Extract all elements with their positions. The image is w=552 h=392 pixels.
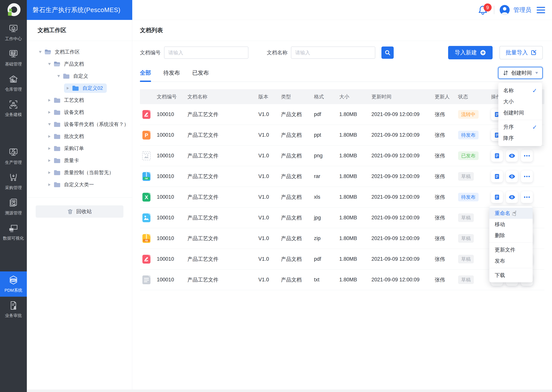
file-icon-jpg xyxy=(140,213,157,222)
search-button[interactable] xyxy=(381,47,394,59)
doc-name-input[interactable] xyxy=(291,47,375,59)
status-badge: 草稿 xyxy=(458,213,474,222)
caret-right-icon[interactable] xyxy=(66,87,69,90)
more-actions-button[interactable] xyxy=(521,150,533,162)
user-name[interactable]: 管理员 xyxy=(514,6,531,14)
table-row[interactable]: 100010 产品工艺文件 V1.0 产品文档 txt 1.80MB 2021-… xyxy=(140,269,544,290)
detail-button[interactable] xyxy=(491,171,503,182)
table-row[interactable]: X 100010 产品工艺文件 V1.0 产品文档 xls 1.80MB 202… xyxy=(140,187,544,208)
sidebar-item-pdm[interactable]: PDM PDM系统 xyxy=(0,271,27,297)
tree-node-1[interactable]: 产品文档 xyxy=(27,58,132,70)
caret-right-icon[interactable] xyxy=(48,147,51,150)
avatar[interactable] xyxy=(500,5,510,15)
more-actions-button[interactable] xyxy=(521,171,533,182)
cell-size: 1.80MB xyxy=(339,112,371,117)
sidebar-item-warehouse[interactable]: 仓库管理 xyxy=(0,70,27,96)
caret-right-icon[interactable] xyxy=(48,183,51,186)
table-row[interactable]: 100010 产品工艺文件 V1.0 产品文档 pdf 1.80MB 2021-… xyxy=(140,249,544,269)
folder-icon xyxy=(54,146,61,151)
table-row[interactable]: zip 100010 产品工艺文件 V1.0 产品文档 zip 1.80MB 2… xyxy=(140,228,544,249)
sort-menu-item[interactable]: 创建时间 xyxy=(498,107,542,118)
recycle-bin-button[interactable]: 回收站 xyxy=(36,205,123,218)
approval-icon xyxy=(8,300,19,311)
sort-menu-item[interactable]: 降序 xyxy=(498,133,542,144)
sidebar-item-dataviz[interactable]: 数据可视化 xyxy=(0,219,27,245)
tree-node-5[interactable]: 设备文档 xyxy=(27,106,132,118)
batch-import-button[interactable]: 批量导入 xyxy=(500,46,543,59)
cell-updated-at: 2021-09-09 12:00:09 xyxy=(371,235,435,241)
more-actions-button[interactable] xyxy=(521,191,533,203)
tree-node-3[interactable]: 自定义02 xyxy=(27,82,132,94)
bottom-scrollbar-track[interactable] xyxy=(27,390,552,392)
sidebar-item-label: 数据可视化 xyxy=(3,235,24,241)
sidebar-item-approval[interactable]: 业务审批 xyxy=(0,297,27,322)
sidebar-item-modeling[interactable]: 业务建模 xyxy=(0,96,27,121)
sidebar-nav: 工作中心 基础管理 仓库管理 业务建模 生产管理 采购管理 溯源管理 数据可视化… xyxy=(0,20,27,322)
tree-node-11[interactable]: 自定义大类一 xyxy=(27,179,132,191)
context-menu-item[interactable]: 删除 xyxy=(489,230,533,241)
sidebar-item-workbench[interactable]: 工作中心 xyxy=(0,20,27,45)
caret-down-icon[interactable] xyxy=(39,51,42,53)
table-row[interactable]: 100010 产品工艺文件 V1.0 产品文档 jpg 1.80MB 2021-… xyxy=(140,208,544,228)
caret-down-icon[interactable] xyxy=(57,75,60,77)
doc-no-input[interactable] xyxy=(164,47,248,59)
eye-icon xyxy=(509,174,515,179)
detail-button[interactable] xyxy=(491,191,503,203)
folder-icon xyxy=(54,122,61,127)
notifications-button[interactable]: 9 xyxy=(478,4,488,16)
table-row[interactable]: 100010 产品工艺文件 V1.0 产品文档 png 1.80MB 2021-… xyxy=(140,146,544,166)
cell-doc-name: 产品工艺文件 xyxy=(188,276,258,283)
tree-node-label: 产品文档 xyxy=(64,61,84,67)
tree-node-2[interactable]: 自定义 xyxy=(27,70,132,82)
table-row[interactable]: 100010 产品工艺文件 V1.0 产品文档 pdf 1.80MB 2021-… xyxy=(140,104,544,125)
tree-node-7[interactable]: 批次文档 xyxy=(27,130,132,142)
preview-button[interactable] xyxy=(506,171,518,182)
batch-import-label: 批量导入 xyxy=(506,49,528,56)
tree-node-8[interactable]: 采购订单 xyxy=(27,142,132,154)
menu-icon[interactable] xyxy=(537,7,545,13)
cell-updated-by: 张伟 xyxy=(435,111,458,118)
caret-right-icon[interactable] xyxy=(48,99,51,102)
user-icon xyxy=(500,5,510,15)
cell-size: 1.80MB xyxy=(339,194,371,200)
preview-button[interactable] xyxy=(506,191,518,203)
sort-button[interactable]: 创建时间 xyxy=(498,67,543,79)
check-icon: ✓ xyxy=(532,87,537,94)
detail-button[interactable] xyxy=(491,150,503,162)
caret-down-icon[interactable] xyxy=(48,123,51,126)
tab-all[interactable]: 全部 xyxy=(140,64,151,82)
filter-row: 文档编号 文档名称 导入新建 批量导入 xyxy=(140,46,543,59)
caret-right-icon[interactable] xyxy=(48,111,51,114)
caret-right-icon[interactable] xyxy=(48,171,51,174)
eye-icon xyxy=(509,195,515,200)
sort-menu-item[interactable]: 名称 ✓ xyxy=(498,85,542,96)
svg-text:zip: zip xyxy=(145,239,148,242)
sidebar-item-base[interactable]: 基础管理 xyxy=(0,45,27,70)
context-menu-item[interactable]: 更新文件 xyxy=(489,244,533,255)
sidebar-item-trace[interactable]: 溯源管理 xyxy=(0,194,27,219)
context-menu-item[interactable]: 发布 xyxy=(489,255,533,266)
sort-menu-item[interactable]: 大小 xyxy=(498,96,542,107)
tab-published[interactable]: 已发布 xyxy=(192,64,209,82)
sidebar-item-purchase[interactable]: 采购管理 xyxy=(0,169,27,194)
preview-button[interactable] xyxy=(506,150,518,162)
table-row[interactable]: P 100010 产品工艺文件 V1.0 产品文档 ppt 1.80MB 202… xyxy=(140,125,544,146)
tree-node-6[interactable]: 设备零件文档（系统没有？） xyxy=(27,118,132,130)
tree-node-9[interactable]: 质量卡 xyxy=(27,154,132,167)
sidebar-item-production[interactable]: 生产管理 xyxy=(0,144,27,169)
doc-no-label: 文档编号 xyxy=(140,49,161,56)
caret-right-icon[interactable] xyxy=(48,159,51,162)
context-menu-item[interactable]: 重命名 ☝ xyxy=(489,208,533,219)
import-new-button[interactable]: 导入新建 xyxy=(448,46,493,59)
context-menu-item[interactable]: 移动 xyxy=(489,219,533,230)
tree-node-4[interactable]: 工艺文档 xyxy=(27,94,132,106)
table-row[interactable]: rar 100010 产品工艺文件 V1.0 产品文档 rar 1.80MB 2… xyxy=(140,166,544,187)
file-icon-pdf xyxy=(140,255,157,264)
caret-right-icon[interactable] xyxy=(48,135,51,138)
tab-pending[interactable]: 待发布 xyxy=(163,64,180,82)
caret-down-icon[interactable] xyxy=(48,63,51,65)
tree-node-10[interactable]: 质量控制（当前暂无） xyxy=(27,167,132,179)
tree-node-0[interactable]: 文档工作区 xyxy=(27,46,132,58)
sort-menu-item[interactable]: 升序 ✓ xyxy=(498,122,542,133)
context-menu-item[interactable]: 下载 xyxy=(489,270,533,281)
